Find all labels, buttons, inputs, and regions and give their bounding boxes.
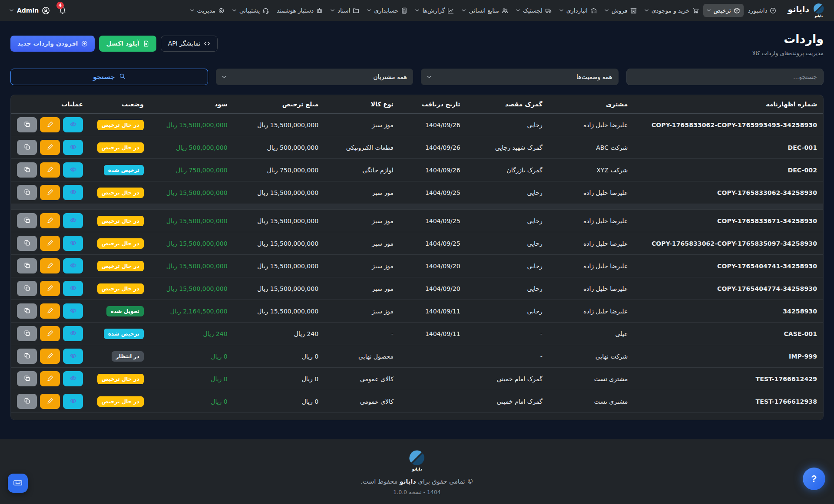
copy-button[interactable] (17, 236, 37, 251)
pencil-icon (47, 121, 53, 129)
nav-item-logistics[interactable]: لجستیک (513, 4, 555, 17)
edit-button[interactable] (40, 213, 60, 228)
view-button[interactable] (63, 185, 83, 200)
upload-excel-button[interactable]: آپلود اکسل (99, 36, 156, 52)
edit-button[interactable] (40, 349, 60, 364)
nav-item-management[interactable]: مدیریت (187, 4, 228, 17)
nav-item-accounting[interactable]: حسابداری (364, 4, 411, 17)
nav-item-purchasing[interactable]: خرید و موجودی (641, 4, 702, 17)
chevron-down-icon (707, 9, 711, 12)
nav-item-sales[interactable]: فروش (601, 4, 640, 17)
status-filter-value: همه وضعیت‌ها (576, 73, 612, 80)
column-header: مبلغ ترخیص (234, 95, 324, 114)
customer-name: مشتری تست (549, 390, 634, 413)
view-button[interactable] (63, 394, 83, 409)
nav-item-dashboard[interactable]: داشبورد (745, 4, 780, 17)
customer-name: مشتری تست (549, 368, 634, 390)
clearance-amount: 0 ریال (234, 368, 324, 390)
nav-item-ai-assistant[interactable]: دستیار هوشمند (273, 4, 326, 17)
chevron-down-icon (190, 9, 194, 12)
column-header: نوع کالا (324, 95, 400, 114)
view-button[interactable] (63, 303, 83, 319)
nav-item-documents[interactable]: اسناد (327, 4, 363, 17)
customs-destination: گمرک امام خمینی (467, 368, 549, 390)
search-button[interactable]: جستجو (10, 69, 208, 85)
copy-icon (24, 240, 30, 247)
table-row: COPY-1765404774-34258930علیرضا حلیل زاده… (11, 277, 823, 300)
edit-button[interactable] (40, 394, 60, 409)
notifications-button[interactable]: 4 (59, 7, 66, 16)
eye-icon (70, 166, 76, 174)
view-button[interactable] (63, 326, 83, 341)
chevron-down-icon (222, 76, 226, 79)
nav-item-label: حسابداری (374, 7, 398, 14)
nav-item-warehousing[interactable]: انبارداری (556, 4, 600, 17)
edit-button[interactable] (40, 371, 60, 386)
shop-icon (630, 7, 637, 14)
copy-button[interactable] (17, 162, 37, 178)
edit-button[interactable] (40, 162, 60, 178)
eye-icon (70, 189, 76, 197)
nav-item-label: داشبورد (748, 7, 768, 14)
edit-button[interactable] (40, 140, 60, 155)
nav-item-label: انبارداری (566, 7, 588, 14)
view-button[interactable] (63, 140, 83, 155)
view-button[interactable] (63, 281, 83, 296)
help-button[interactable]: ? (803, 468, 825, 490)
edit-button[interactable] (40, 185, 60, 200)
nav-item-reports[interactable]: گزارش‌ها (412, 4, 457, 17)
copy-button[interactable] (17, 258, 37, 273)
view-button[interactable] (63, 236, 83, 251)
status-badge: در انتظار (112, 351, 144, 362)
add-import-button[interactable]: افزودن واردات جدید (10, 36, 95, 52)
view-button[interactable] (63, 371, 83, 386)
declaration-number: COPY-1765833671-34258930 (717, 217, 817, 224)
top-navbar: دایانو دایانو داشبوردترخیصخرید و موجودیف… (0, 0, 834, 21)
clearance-amount: 0 ریال (234, 390, 324, 413)
copy-button[interactable] (17, 140, 37, 155)
edit-button[interactable] (40, 281, 60, 296)
copy-button[interactable] (17, 303, 37, 319)
nav-item-support[interactable]: پشتیبانی (229, 4, 272, 17)
customer-filter-select[interactable]: همه مشتریان (216, 69, 414, 85)
edit-button[interactable] (40, 236, 60, 251)
nav-item-hr[interactable]: منابع انسانی (458, 4, 511, 17)
nav-item-clearance[interactable]: ترخیص (703, 4, 744, 17)
view-button[interactable] (63, 213, 83, 228)
api-viewer-button[interactable]: نمایشگر API (161, 36, 218, 52)
brand[interactable]: دایانو دایانو (788, 3, 824, 18)
filters-bar: همه وضعیت‌ها همه مشتریان جستجو (10, 69, 824, 85)
view-button[interactable] (63, 258, 83, 273)
customer-name: شرکت ABC (549, 136, 634, 159)
user-menu[interactable]: Admin (10, 7, 50, 15)
customs-destination: گمرک امام خمینی (467, 390, 549, 413)
headset-icon (262, 7, 269, 14)
chevron-down-icon (605, 9, 609, 12)
view-button[interactable] (63, 349, 83, 364)
keyboard-icon (13, 478, 23, 489)
edit-button[interactable] (40, 117, 60, 132)
receive-date: 1404/09/20 (400, 255, 467, 277)
copy-button[interactable] (17, 349, 37, 364)
chat-widget-button[interactable] (8, 474, 28, 493)
view-button[interactable] (63, 117, 83, 132)
copy-button[interactable] (17, 213, 37, 228)
receive-date: 1404/09/20 (400, 277, 467, 300)
copy-button[interactable] (17, 117, 37, 132)
copy-icon (24, 330, 30, 338)
view-button[interactable] (63, 162, 83, 178)
copy-button[interactable] (17, 281, 37, 296)
search-input[interactable] (626, 69, 824, 85)
nav-item-label: گزارش‌ها (422, 7, 445, 14)
row-actions (17, 281, 83, 296)
table-row: 34258930علیرضا حلیل زادهرحایی1404/09/11م… (11, 300, 823, 323)
copy-button[interactable] (17, 326, 37, 341)
edit-button[interactable] (40, 326, 60, 341)
goods-type: موز سبز (324, 255, 400, 277)
copy-button[interactable] (17, 371, 37, 386)
copy-button[interactable] (17, 185, 37, 200)
copy-button[interactable] (17, 394, 37, 409)
edit-button[interactable] (40, 303, 60, 319)
edit-button[interactable] (40, 258, 60, 273)
status-filter-select[interactable]: همه وضعیت‌ها (421, 69, 619, 85)
